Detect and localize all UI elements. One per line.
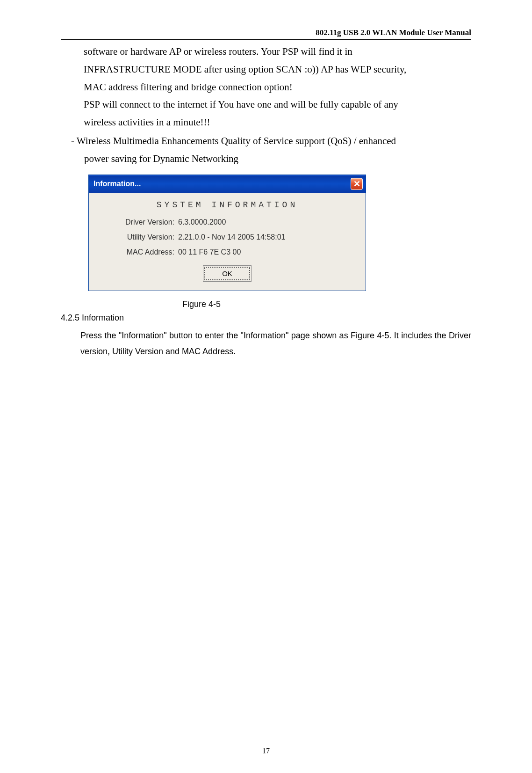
dialog-titlebar: Information... ✕ [89,175,366,193]
value-driver-version: 6.3.0000.2000 [178,218,349,226]
bullet-wme-2: power saving for Dynamic Networking [61,150,471,168]
paragraph-line-4: PSP will connect to the internet if You … [61,96,471,114]
section-body: Press the "Information" button to enter … [61,328,471,359]
value-utility-version: 2.21.0.0 - Nov 14 2005 14:58:01 [178,233,349,241]
label-mac-address: MAC Address: [106,248,178,256]
paragraph-line-5: wireless activities in a minute!!! [61,114,471,131]
info-row-utility: Utility Version: 2.21.0.0 - Nov 14 2005 … [106,233,349,241]
info-row-mac: MAC Address: 00 11 F6 7E C3 00 [106,248,349,256]
dialog-heading: SYSTEM INFORMATION [106,200,349,210]
page-number: 17 [0,747,532,755]
figure-caption: Figure 4-5 [182,299,471,309]
section-heading: 4.2.5 Information [61,313,471,323]
ok-row: OK [106,267,349,280]
value-mac-address: 00 11 F6 7E C3 00 [178,248,349,256]
paragraph-line-3: MAC address filtering and bridge connect… [61,79,471,96]
paragraph-line-2: INFRASTRUCTURE MODE after using option S… [61,61,471,79]
ok-button[interactable]: OK [204,267,250,280]
label-utility-version: Utility Version: [106,233,178,241]
label-driver-version: Driver Version: [106,218,178,226]
paragraph-line-1: software or hardware AP or wireless rout… [61,43,471,61]
dialog-body: SYSTEM INFORMATION Driver Version: 6.3.0… [89,193,366,291]
close-icon: ✕ [353,179,360,189]
header-title: 802.11g USB 2.0 WLAN Module User Manual [61,28,471,37]
dialog-title: Information... [93,180,141,188]
info-row-driver: Driver Version: 6.3.0000.2000 [106,218,349,226]
close-button[interactable]: ✕ [351,178,363,190]
bullet-wme-1: - Wireless Multimedia Enhancements Quali… [61,132,471,150]
information-dialog: Information... ✕ SYSTEM INFORMATION Driv… [88,175,366,291]
header-divider [61,39,471,40]
